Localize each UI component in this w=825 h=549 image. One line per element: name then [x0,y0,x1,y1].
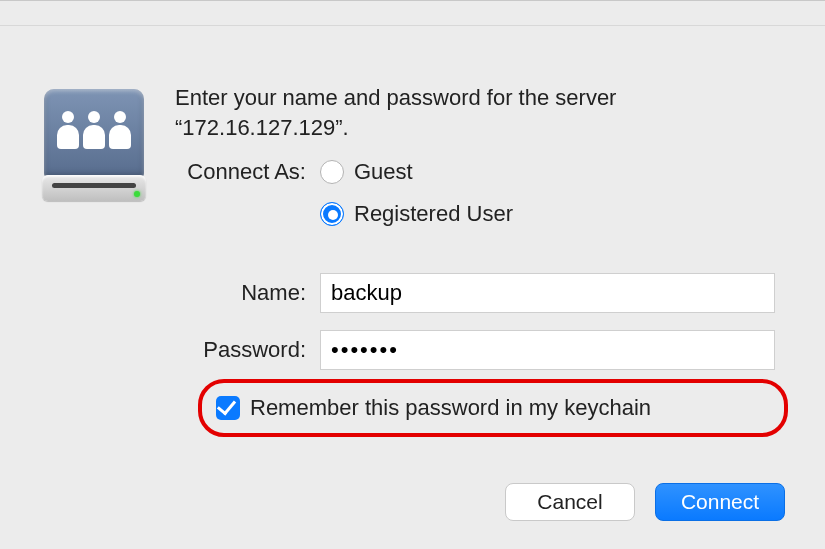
connect-button[interactable]: Connect [655,483,785,521]
registered-user-option[interactable]: Registered User [320,201,513,227]
prompt-text: Enter your name and password for the ser… [175,83,785,142]
guest-radio[interactable] [320,160,344,184]
connect-to-server-dialog: Enter your name and password for the ser… [0,0,825,549]
guest-option-label: Guest [354,159,413,185]
registered-user-option-label: Registered User [354,201,513,227]
remember-password-checkbox[interactable] [216,396,240,420]
name-label: Name: [0,280,320,306]
prompt-line1: Enter your name and password for the ser… [175,85,616,110]
remember-password-option[interactable]: Remember this password in my keychain [216,395,651,421]
name-field[interactable] [320,273,775,313]
guest-option[interactable]: Guest [320,159,413,185]
dialog-buttons: Cancel Connect [505,483,785,521]
connect-as-label: Connect As: [0,159,320,185]
cancel-button[interactable]: Cancel [505,483,635,521]
registered-user-radio[interactable] [320,202,344,226]
password-field[interactable] [320,330,775,370]
password-label: Password: [0,337,320,363]
remember-password-label: Remember this password in my keychain [250,395,651,421]
prompt-line2: “172.16.127.129”. [175,115,349,140]
